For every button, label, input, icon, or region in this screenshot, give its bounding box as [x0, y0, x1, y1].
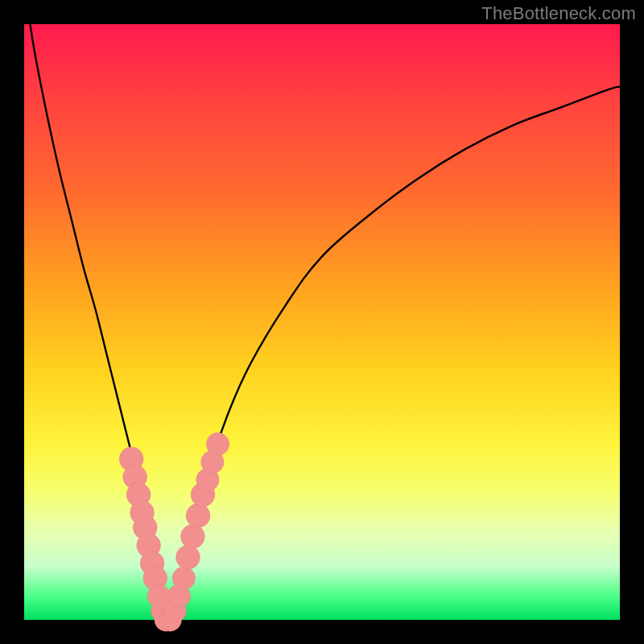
bead: [181, 525, 205, 549]
curve-beads: [119, 433, 229, 632]
bottleneck-curve: [30, 24, 620, 620]
watermark-label: TheBottleneck.com: [481, 3, 636, 24]
plot-area: [24, 24, 620, 620]
bead: [206, 433, 229, 456]
outer-frame: TheBottleneck.com: [0, 0, 644, 644]
curve-svg: [24, 24, 620, 620]
bead: [186, 504, 210, 528]
bead: [176, 545, 200, 569]
bead: [172, 567, 195, 589]
